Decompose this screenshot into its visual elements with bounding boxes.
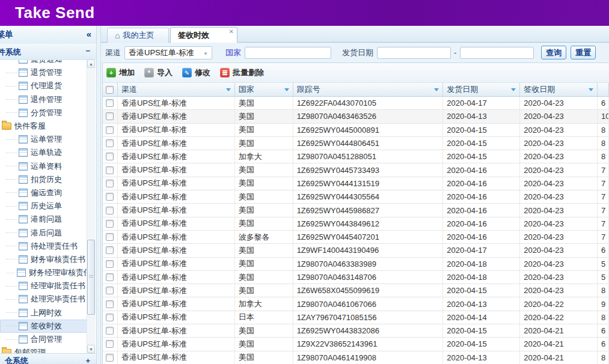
table-row[interactable]: 香港UPS红单-标准日本1ZAY796704710851562020-04-14… bbox=[103, 311, 609, 324]
sidebar-item-entry[interactable]: 历史运单 bbox=[0, 199, 88, 213]
filter-arrow-icon[interactable] bbox=[226, 88, 231, 91]
ship-date-to-input[interactable] bbox=[460, 47, 534, 59]
sidebar-item-entry[interactable]: 退货管理 bbox=[0, 66, 88, 79]
expand-section-icon[interactable]: + bbox=[85, 356, 90, 364]
row-checkbox[interactable] bbox=[106, 193, 114, 201]
sidebar-item-entry[interactable]: 财务审核责任书 bbox=[0, 253, 88, 266]
sidebar-section-warehouse-system[interactable]: 仓系统 + bbox=[0, 353, 96, 364]
batch-delete-button[interactable]: 批量删除 bbox=[220, 67, 264, 78]
table-row[interactable]: 香港UPS红单-标准美国1Z98070A04631487062020-04-18… bbox=[103, 271, 609, 284]
table-row[interactable]: 香港UPS红单-标准美国1Z6925WY04438496122020-04-16… bbox=[103, 217, 609, 231]
cell-text: 香港UPS红单-标准 bbox=[121, 272, 187, 283]
tab-my-homepage[interactable]: ⌂ 我的主页 bbox=[107, 28, 169, 43]
table-row[interactable]: 香港UPS红单-标准美国1Z9WF14004431904962020-04-17… bbox=[103, 244, 609, 257]
column-header-3[interactable]: 跟踪号 bbox=[293, 83, 444, 96]
sidebar-item-entry[interactable]: 快件客服 bbox=[0, 120, 88, 133]
table-row[interactable]: 香港UPS红单-标准美国1Z6925WY04448064512020-04-15… bbox=[103, 137, 609, 150]
sidebar-item-entry[interactable]: 合同管理 bbox=[0, 333, 88, 346]
row-checkbox[interactable] bbox=[106, 166, 114, 174]
row-checkbox[interactable] bbox=[106, 99, 114, 107]
sidebar-item-entry[interactable]: 财务经理审核责任书 bbox=[0, 266, 88, 279]
row-checkbox[interactable] bbox=[106, 126, 114, 134]
sidebar-item-entry[interactable]: 处理完毕责任书 bbox=[0, 293, 88, 306]
sidebar-scrollbar[interactable]: ▲ ▼ bbox=[87, 59, 96, 353]
table-row[interactable]: 香港UPS红单-标准加拿大1Z98070A04512880512020-04-1… bbox=[103, 150, 609, 163]
table-row[interactable]: 香港UPS红单-标准加拿大1Z98070A04610670662020-04-1… bbox=[103, 297, 609, 311]
sidebar-item-entry[interactable]: 港前问题 bbox=[0, 213, 88, 226]
channel-select[interactable]: 香港UPS红单-标准 ▼ bbox=[124, 46, 212, 59]
sidebar-item-entry[interactable]: 运单资料 bbox=[0, 160, 88, 173]
table-row[interactable]: 香港UPS红单-标准美国1Z98070A04633839892020-04-18… bbox=[103, 258, 609, 271]
column-header-5[interactable]: 签收日期 bbox=[520, 83, 598, 96]
sidebar-item-entry[interactable]: 运单管理 bbox=[0, 133, 88, 146]
row-checkbox[interactable] bbox=[106, 273, 114, 281]
country-input[interactable] bbox=[245, 47, 331, 59]
collapse-sidebar-icon[interactable]: « bbox=[87, 29, 91, 39]
row-checkbox[interactable] bbox=[106, 220, 114, 228]
select-all-checkbox[interactable] bbox=[106, 86, 114, 94]
collapse-section-icon[interactable]: − bbox=[85, 46, 90, 55]
scroll-down-icon[interactable]: ▼ bbox=[87, 345, 95, 353]
table-row[interactable]: 香港UPS红单-标准美国1Z9X22V386521439612020-04-15… bbox=[103, 338, 609, 351]
add-button[interactable]: + 增加 bbox=[106, 67, 135, 78]
sidebar-item-entry[interactable]: 代理退货 bbox=[0, 79, 88, 93]
table-row[interactable]: 香港UPS红单-标准美国1Z98070A04614199082020-04-13… bbox=[103, 351, 609, 364]
cell-channel: 香港UPS红单-标准 bbox=[118, 137, 235, 150]
table-row[interactable]: 香港UPS红单-标准美国1Z98070A04634635262020-04-13… bbox=[103, 110, 609, 123]
row-checkbox[interactable] bbox=[106, 207, 114, 214]
row-checkbox[interactable] bbox=[106, 153, 114, 160]
sidebar-item-entry[interactable]: 扣货历史 bbox=[0, 173, 88, 186]
search-button[interactable]: 查询 bbox=[541, 46, 566, 59]
tab-sign-timeliness[interactable]: 签收时效 ✕ bbox=[170, 27, 237, 43]
sidebar-item-entry[interactable]: 偏远查询 bbox=[0, 186, 88, 199]
column-header-2[interactable]: 国家 bbox=[235, 83, 293, 96]
row-checkbox[interactable] bbox=[106, 327, 114, 335]
sidebar-section-express-system[interactable]: 件系统 − bbox=[0, 44, 96, 60]
filter-arrow-icon[interactable] bbox=[589, 88, 593, 91]
column-header-4[interactable]: 发货日期 bbox=[443, 83, 520, 96]
table-row[interactable]: 香港UPS红单-标准美国1Z6925WY04443055642020-04-16… bbox=[103, 190, 609, 204]
filter-arrow-icon[interactable] bbox=[284, 88, 289, 91]
table-row[interactable]: 香港UPS红单-标准美国1Z6925WY04457334932020-04-16… bbox=[103, 163, 609, 177]
cell-sign_date: 2020-04-22 bbox=[520, 311, 598, 324]
table-row[interactable]: 香港UPS红单-标准美国1Z6W658X04550996192020-04-15… bbox=[103, 284, 609, 297]
table-row[interactable]: 香港UPS红单-标准美国1Z6925WY04450008912020-04-15… bbox=[103, 124, 609, 137]
scroll-up-icon[interactable]: ▲ bbox=[87, 59, 95, 68]
sidebar-item-selected[interactable]: 签收时效 bbox=[0, 320, 90, 333]
row-checkbox[interactable] bbox=[106, 112, 114, 120]
panel-splitter[interactable] bbox=[96, 26, 101, 364]
row-checkbox[interactable] bbox=[106, 139, 114, 147]
row-checkbox[interactable] bbox=[106, 233, 114, 241]
sidebar-item-entry[interactable]: 经理审批责任书 bbox=[0, 279, 88, 293]
column-header-6[interactable] bbox=[598, 83, 609, 96]
table-row[interactable]: 香港UPS红单-标准波多黎各1Z6925WY04454072012020-04-… bbox=[103, 231, 609, 244]
ship-date-from-input[interactable] bbox=[377, 47, 451, 59]
import-button[interactable]: * 导入 bbox=[144, 67, 173, 78]
row-checkbox[interactable] bbox=[106, 180, 114, 187]
sidebar-item-entry[interactable]: 运单轨迹 bbox=[0, 146, 88, 159]
edit-button[interactable]: ✎ 修改 bbox=[182, 67, 210, 78]
row-checkbox[interactable] bbox=[106, 260, 114, 268]
row-checkbox[interactable] bbox=[106, 314, 114, 321]
filter-arrow-icon[interactable] bbox=[511, 88, 516, 91]
scrollbar-thumb[interactable] bbox=[87, 240, 95, 315]
column-header-1[interactable]: 渠道 bbox=[118, 83, 235, 96]
sidebar-item-entry[interactable]: 港后问题 bbox=[0, 226, 88, 239]
row-checkbox[interactable] bbox=[106, 246, 114, 254]
row-checkbox[interactable] bbox=[106, 287, 114, 294]
table-row[interactable]: 香港UPS红单-标准美国1Z6922FA04430701052020-04-17… bbox=[103, 97, 609, 110]
reset-button[interactable]: 重置 bbox=[571, 46, 596, 59]
close-tab-icon[interactable]: ✕ bbox=[229, 28, 234, 35]
row-checkbox[interactable] bbox=[106, 340, 114, 348]
sidebar-item-entry[interactable]: 上网时效 bbox=[0, 306, 88, 320]
sidebar-item-entry[interactable]: 分货管理 bbox=[0, 106, 88, 120]
table-row[interactable]: 香港UPS红单-标准美国1Z6925WY04441315192020-04-16… bbox=[103, 177, 609, 190]
row-checkbox[interactable] bbox=[106, 300, 114, 308]
row-checkbox[interactable] bbox=[106, 354, 114, 362]
table-row[interactable]: 香港UPS红单-标准美国1Z6925WY04438320862020-04-15… bbox=[103, 324, 609, 338]
cell-text: 香港UPS红单-标准 bbox=[121, 111, 187, 122]
filter-arrow-icon[interactable] bbox=[434, 88, 439, 91]
sidebar-item-entry[interactable]: 退件管理 bbox=[0, 93, 88, 106]
table-row[interactable]: 香港UPS红单-标准美国1Z6925WY04459868272020-04-16… bbox=[103, 204, 609, 217]
sidebar-item-entry[interactable]: 待处理责任书 bbox=[0, 240, 88, 253]
